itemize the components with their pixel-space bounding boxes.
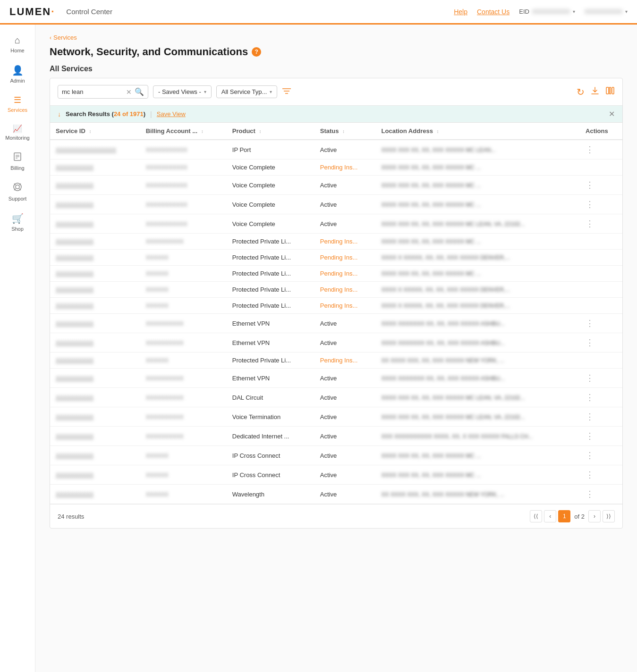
search-icon[interactable]: 🔍 [135,87,144,96]
sort-location-icon[interactable]: ↕ [437,129,439,134]
location-value-0: XXXX XXX XX, XX, XXX XXXXX MC LEAN... [382,147,496,153]
columns-icon[interactable] [605,86,615,98]
service-id-link-12[interactable]: XXXXXXXXXX [56,357,93,364]
service-id-link-17[interactable]: XXXXXXXXXX [56,453,93,459]
refresh-icon[interactable]: ↻ [577,86,585,98]
cell-billing-15: XXXXXXXXXX [140,407,227,427]
cell-service-id-1: XXXXXXXXXX [50,160,140,176]
cell-status-10: Active [314,314,376,333]
results-divider: | [150,110,152,118]
cell-product-3: Voice Complete [227,195,314,214]
service-id-link-8[interactable]: XXXXXXXXXX [56,286,93,293]
cell-status-0: Active [314,140,376,160]
last-page-btn[interactable]: ⟩⟩ [603,510,615,522]
table-row: XXXXXXXXXX XXXXXXXXXXX Voice Complete Ac… [50,195,622,214]
results-close-icon[interactable]: ✕ [609,109,615,118]
help-link[interactable]: Help [454,8,467,16]
sort-product-icon[interactable]: ↕ [259,129,262,134]
service-id-link-11[interactable]: XXXXXXXXXX [56,340,93,346]
location-value-14: XXXX XXX XX, XX, XXX XXXXX MC LEAN, VA, … [382,395,525,401]
th-billing-account: Billing Account ... ↕ [140,123,227,140]
cell-service-id-3: XXXXXXXXXX [50,195,140,214]
actions-menu-btn-18[interactable]: ⋮ [586,470,595,479]
eid-chevron-icon: ▾ [573,9,575,14]
actions-menu-btn-19[interactable]: ⋮ [586,489,595,499]
table-row: XXXXXXXXXX XXXXXX IP Cross Connect Activ… [50,446,622,465]
actions-menu-btn-4[interactable]: ⋮ [586,219,595,228]
next-page-btn[interactable]: › [588,510,601,522]
filter-icon[interactable] [282,87,291,97]
actions-menu-btn-3[interactable]: ⋮ [586,200,595,209]
search-box[interactable]: ✕ 🔍 [58,85,148,99]
cell-billing-10: XXXXXXXXXX [140,314,227,333]
cell-location-8: XXXX X XXXXX, XX, XX, XXX XXXXX DENVER,.… [376,282,580,298]
help-icon[interactable]: ? [252,47,261,57]
sidebar-item-support[interactable]: Support [0,176,35,207]
sidebar-item-monitoring[interactable]: 📈 Monitoring [0,118,35,146]
first-page-btn[interactable]: ⟨⟨ [530,510,542,522]
service-type-dropdown[interactable]: All Service Typ... ▾ [216,85,278,98]
search-clear-icon[interactable]: ✕ [126,88,132,96]
service-id-link-14[interactable]: XXXXXXXXXX [56,395,93,401]
sidebar-item-home[interactable]: ⌂ Home [0,29,35,59]
save-view-link[interactable]: Save View [157,110,186,118]
actions-menu-btn-11[interactable]: ⋮ [586,338,595,347]
sidebar-label-billing: Billing [10,165,24,171]
page-1-btn[interactable]: 1 [558,510,570,522]
service-id-link-16[interactable]: XXXXXXXXXX [56,433,93,440]
service-id-link-9[interactable]: XXXXXXXXXX [56,302,93,309]
main-layout: ⌂ Home 👤 Admin ☰ Services 📈 Monitoring [0,25,637,672]
service-id-link-7[interactable]: XXXXXXXXXX [56,270,93,277]
service-id-link-15[interactable]: XXXXXXXXXX [56,414,93,420]
service-id-link-6[interactable]: XXXXXXXXXX [56,254,93,261]
actions-menu-btn-10[interactable]: ⋮ [586,319,595,328]
sort-billing-icon[interactable]: ↕ [201,129,204,134]
actions-menu-btn-14[interactable]: ⋮ [586,393,595,402]
download-icon[interactable] [590,86,600,98]
contact-link[interactable]: Contact Us [477,8,510,16]
actions-menu-btn-2[interactable]: ⋮ [586,180,595,190]
actions-menu-btn-0[interactable]: ⋮ [586,145,595,154]
actions-menu-btn-15[interactable]: ⋮ [586,412,595,421]
sort-service-id-icon[interactable]: ↕ [89,129,92,134]
service-id-link-5[interactable]: XXXXXXXXXX [56,238,93,245]
cell-status-18: Active [314,465,376,485]
service-id-link-1[interactable]: XXXXXXXXXX [56,164,93,171]
service-id-link-19[interactable]: XXXXXXXXXX [56,491,93,498]
cell-billing-8: XXXXXX [140,282,227,298]
service-id-link-4[interactable]: XXXXXXXXXX [56,221,93,227]
actions-menu-btn-13[interactable]: ⋮ [586,373,595,383]
service-id-link-10[interactable]: XXXXXXXXXX [56,320,93,327]
account-dropdown[interactable]: XXXXXXXXXX ▾ [585,8,628,15]
cell-product-1: Voice Complete [227,160,314,176]
eid-value: XXXXXXXXXX [532,8,570,15]
search-input[interactable] [62,88,123,95]
breadcrumb-services-link[interactable]: Services [53,34,77,41]
actions-menu-btn-16[interactable]: ⋮ [586,431,595,441]
sidebar-item-services[interactable]: ☰ Services [0,89,35,118]
cell-location-14: XXXX XXX XX, XX, XXX XXXXX MC LEAN, VA, … [376,388,580,407]
status-value-16: Active [320,433,337,440]
page-title: Network, Security, and Communications [50,46,248,58]
cell-product-6: Protected Private Li... [227,250,314,266]
saved-views-dropdown[interactable]: - Saved Views - ▾ [153,85,212,98]
actions-menu-btn-17[interactable]: ⋮ [586,451,595,460]
product-value-10: Ethernet VPN [232,320,270,327]
sidebar-item-shop[interactable]: 🛒 Shop [0,207,35,237]
service-id-link-2[interactable]: XXXXXXXXXX [56,182,93,189]
product-value-19: Wavelength [232,491,264,498]
service-id-link-13[interactable]: XXXXXXXXXX [56,375,93,382]
cell-service-id-5: XXXXXXXXXX [50,234,140,250]
sidebar-item-billing[interactable]: Billing [0,146,35,176]
table-row: XXXXXXXXXX XXXXXXXXXX DAL Circuit Active… [50,388,622,407]
cell-status-8: Pending Ins... [314,282,376,298]
sidebar-item-admin[interactable]: 👤 Admin [0,59,35,89]
service-id-link-18[interactable]: XXXXXXXXXX [56,472,93,479]
service-id-link-3[interactable]: XXXXXXXXXX [56,202,93,208]
sidebar: ⌂ Home 👤 Admin ☰ Services 📈 Monitoring [0,25,35,672]
sort-status-icon[interactable]: ↕ [342,129,345,134]
eid-dropdown[interactable]: EID XXXXXXXXXX ▾ [519,8,575,15]
prev-page-btn[interactable]: ‹ [544,510,556,522]
service-id-link-0[interactable]: XXXXXXXXXXXXXXXX [56,147,116,153]
cell-product-14: DAL Circuit [227,388,314,407]
